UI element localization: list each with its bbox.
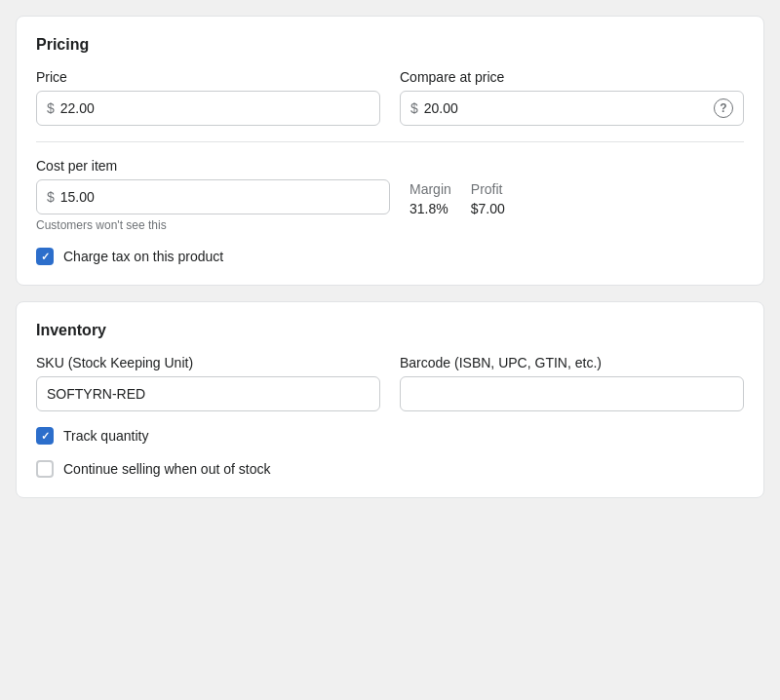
compare-price-help-icon[interactable]: ?	[714, 98, 733, 118]
compare-price-group: Compare at price $ ?	[400, 69, 744, 126]
cost-section: Cost per item $ Customers won't see this…	[36, 158, 744, 232]
charge-tax-row[interactable]: ✓ Charge tax on this product	[36, 248, 744, 265]
pricing-title: Pricing	[36, 36, 744, 54]
cost-input-wrapper[interactable]: $	[36, 179, 390, 214]
price-row: Price $ Compare at price $ ?	[36, 69, 744, 126]
cost-label: Cost per item	[36, 158, 117, 174]
pricing-divider	[36, 141, 744, 142]
margin-value: 31.8%	[410, 201, 451, 216]
barcode-group: Barcode (ISBN, UPC, GTIN, etc.)	[400, 355, 744, 411]
track-qty-label: Track quantity	[63, 428, 148, 444]
margin-label: Margin	[410, 181, 451, 197]
charge-tax-checkmark: ✓	[41, 252, 50, 262]
pricing-card: Pricing Price $ Compare at price $ ? Cos…	[16, 16, 764, 286]
price-label: Price	[36, 69, 380, 85]
cost-group: Cost per item $ Customers won't see this	[36, 158, 390, 232]
track-qty-checkmark: ✓	[41, 431, 50, 442]
track-qty-row[interactable]: ✓ Track quantity	[36, 427, 744, 445]
sku-input[interactable]	[36, 376, 380, 411]
barcode-label: Barcode (ISBN, UPC, GTIN, etc.)	[400, 355, 744, 370]
compare-price-input-wrapper[interactable]: $ ?	[400, 91, 744, 126]
charge-tax-label: Charge tax on this product	[63, 249, 223, 264]
continue-selling-label: Continue selling when out of stock	[63, 461, 270, 477]
charge-tax-checkbox[interactable]: ✓	[36, 248, 54, 265]
barcode-input[interactable]	[400, 376, 744, 411]
compare-price-label: Compare at price	[400, 69, 744, 85]
compare-currency-symbol: $	[410, 100, 418, 116]
inventory-card: Inventory SKU (Stock Keeping Unit) Barco…	[16, 301, 764, 498]
price-input-wrapper[interactable]: $	[36, 91, 380, 126]
profit-value: $7.00	[471, 201, 505, 216]
price-group: Price $	[36, 69, 380, 126]
sku-label: SKU (Stock Keeping Unit)	[36, 355, 380, 370]
inventory-title: Inventory	[36, 322, 744, 339]
sku-barcode-row: SKU (Stock Keeping Unit) Barcode (ISBN, …	[36, 355, 744, 411]
profit-label: Profit	[471, 181, 505, 197]
continue-selling-checkbox[interactable]: ✓	[36, 460, 54, 478]
cost-currency-symbol: $	[47, 189, 55, 205]
track-qty-checkbox[interactable]: ✓	[36, 427, 54, 445]
sku-group: SKU (Stock Keeping Unit)	[36, 355, 380, 411]
margin-group: Margin 31.8%	[410, 181, 451, 216]
profit-group: Profit $7.00	[471, 181, 505, 216]
price-currency-symbol: $	[47, 100, 55, 116]
price-input[interactable]	[60, 100, 370, 116]
margin-profit-group: Margin 31.8% Profit $7.00	[410, 158, 744, 216]
cost-hint: Customers won't see this	[36, 218, 390, 232]
cost-input[interactable]	[60, 189, 379, 205]
compare-price-input[interactable]	[424, 100, 714, 116]
continue-selling-row[interactable]: ✓ Continue selling when out of stock	[36, 460, 744, 478]
